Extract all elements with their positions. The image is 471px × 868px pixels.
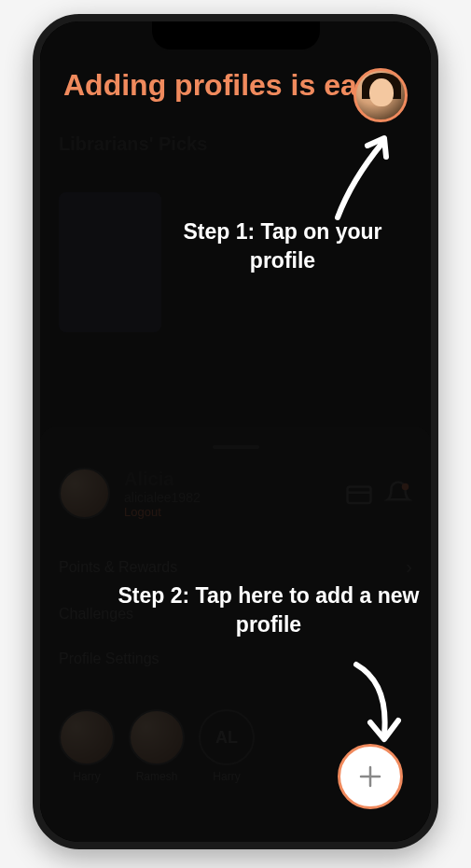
tutorial-overlay: Adding profiles is easy! Step 1: Tap on … [40, 21, 431, 842]
avatar-face [369, 78, 394, 106]
add-profile-button[interactable] [338, 744, 403, 809]
profile-avatar-highlight[interactable] [353, 68, 408, 122]
arrow-icon [338, 655, 412, 753]
screen: Librarians' Picks Alicia alicialee1982 L… [40, 21, 431, 842]
plus-icon [356, 763, 384, 791]
device-notch [152, 21, 320, 49]
step1-text: Step 1: Tap on your profile [161, 217, 404, 275]
phone-frame: Librarians' Picks Alicia alicialee1982 L… [33, 14, 438, 849]
arrow-icon [319, 129, 403, 222]
step2-text: Step 2: Tap here to add a new profile [115, 581, 423, 639]
headline: Adding profiles is easy! [63, 68, 400, 103]
